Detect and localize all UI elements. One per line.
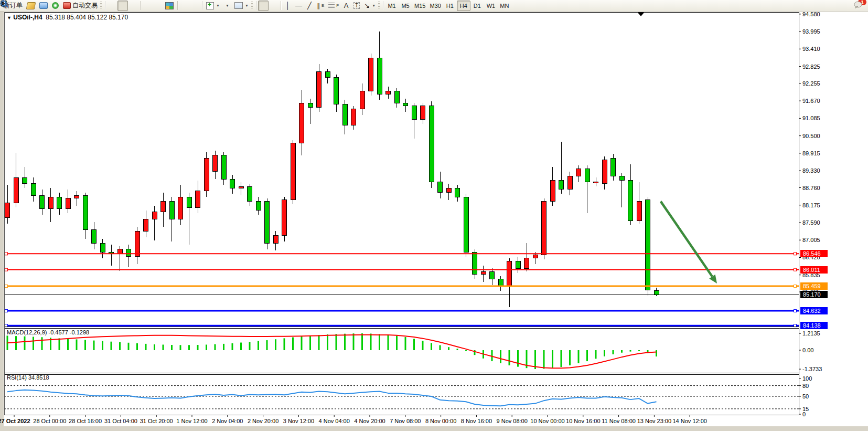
chat-icon[interactable]: 1 (853, 1, 864, 11)
candle-body (524, 258, 529, 269)
tf-button-w1[interactable]: W1 (484, 1, 498, 11)
crosshair-tool[interactable] (269, 1, 279, 11)
zoom-in-icon[interactable] (142, 1, 153, 11)
candle-body (14, 177, 18, 203)
candle-body (464, 197, 468, 252)
text-tool[interactable]: A (341, 1, 351, 11)
candle-body (291, 143, 295, 200)
macd-histogram-bar (240, 343, 242, 350)
line-handle[interactable] (794, 268, 797, 271)
horizontal-line-tool[interactable]: — (293, 1, 304, 11)
macd-histogram-bar (465, 350, 467, 351)
macd-histogram-bar (33, 337, 34, 350)
macd-histogram-bar (41, 337, 43, 350)
orders-icon[interactable] (25, 1, 37, 11)
channel-tool[interactable]: ∥E (315, 1, 326, 11)
macd-histogram-bar (440, 345, 441, 350)
candle-body (403, 103, 408, 106)
macd-histogram-bar (309, 335, 311, 350)
macd-histogram-bar (128, 343, 130, 350)
macd-histogram-bar (344, 334, 346, 350)
macd-histogram-bar (604, 350, 605, 356)
macd-histogram-bar (405, 337, 406, 350)
line-handle[interactable] (794, 310, 797, 312)
candle-body (169, 202, 174, 219)
candle-body (412, 106, 416, 120)
line-handle[interactable] (5, 253, 8, 255)
text-label-tool[interactable]: T (351, 1, 362, 11)
tf-button-m30[interactable]: M30 (427, 1, 443, 11)
trendline-tool[interactable]: ╱ (304, 1, 315, 11)
cursor-tool[interactable] (258, 1, 269, 11)
candle-body (619, 176, 624, 181)
candle-body (256, 202, 261, 211)
tf-button-d1[interactable]: D1 (470, 1, 484, 11)
search-icon[interactable] (843, 1, 853, 11)
candle-body (360, 91, 365, 109)
chart-canvas[interactable] (0, 0, 868, 431)
macd-histogram-bar (258, 341, 259, 350)
macd-histogram-bar (621, 350, 623, 353)
line-handle[interactable] (794, 253, 797, 255)
tf-button-m1[interactable]: M1 (385, 1, 399, 11)
templates-button[interactable]: ▼ (232, 1, 251, 11)
tf-button-m5[interactable]: M5 (399, 1, 412, 11)
terminal-icon[interactable] (37, 1, 50, 11)
chevron-down-icon: ▼ (245, 4, 249, 7)
chevron-down-icon: ▼ (372, 4, 376, 7)
macd-histogram-bar (301, 337, 303, 350)
line-handle[interactable] (5, 285, 8, 288)
indicators-button[interactable]: ▼ (204, 1, 222, 11)
macd-histogram-bar (379, 334, 380, 350)
macd-histogram-bar (292, 338, 294, 350)
candle-body (507, 261, 512, 286)
macd-histogram-bar (93, 341, 95, 350)
chevron-down-icon: ▼ (226, 4, 229, 7)
macd-histogram-bar (578, 350, 580, 363)
line-handle[interactable] (794, 285, 797, 288)
macd-histogram-bar (232, 343, 233, 350)
periods-button[interactable]: ▼ (222, 1, 232, 11)
candle-body (74, 195, 79, 198)
macd-histogram-bar (361, 333, 363, 350)
tf-button-h4[interactable]: H4 (457, 1, 470, 11)
tile-windows-icon[interactable] (163, 1, 176, 11)
bar-chart-icon[interactable] (107, 1, 117, 11)
line-handle[interactable] (5, 310, 8, 312)
toolbar: 新订单 自动交易 ▼ ▼ ▼ │ — ╱ ∥E (0, 0, 868, 12)
signals-icon[interactable] (50, 1, 61, 11)
chart-shift-icon[interactable] (190, 1, 200, 11)
macd-histogram-bar (431, 343, 432, 350)
line-chart-icon[interactable] (128, 1, 138, 11)
candle-body (144, 219, 148, 232)
candle-body (48, 197, 53, 209)
macd-histogram-bar (76, 339, 78, 350)
tf-button-h1[interactable]: H1 (443, 1, 457, 11)
macd-histogram-bar (586, 350, 588, 361)
line-handle[interactable] (5, 268, 8, 271)
fibonacci-tool[interactable]: F (326, 1, 341, 11)
shapes-tool[interactable]: ↘▼ (362, 1, 378, 11)
candle-body (646, 200, 650, 290)
candle-body (473, 252, 477, 275)
autotrading-button[interactable]: 自动交易 (61, 1, 100, 11)
candle-body (481, 271, 486, 275)
tf-button-m15[interactable]: M15 (412, 1, 427, 11)
macd-histogram-bar (552, 350, 553, 368)
candlestick-chart-icon[interactable] (117, 1, 128, 11)
tf-button-mn[interactable]: MN (498, 1, 511, 11)
candle-body (92, 230, 97, 244)
candle-body (161, 202, 166, 212)
candle-body (351, 109, 356, 125)
vertical-line-tool[interactable]: │ (283, 1, 293, 11)
macd-histogram-bar (223, 344, 224, 350)
candle-body (628, 181, 633, 221)
macd-histogram-bar (215, 344, 216, 350)
macd-histogram-bar (171, 345, 173, 350)
auto-scroll-icon[interactable] (179, 1, 190, 11)
macd-histogram-bar (180, 345, 181, 350)
zoom-out-icon[interactable] (153, 1, 163, 11)
macd-histogram-bar (266, 340, 268, 350)
macd-histogram-bar (388, 335, 389, 350)
candle-body (152, 212, 157, 219)
